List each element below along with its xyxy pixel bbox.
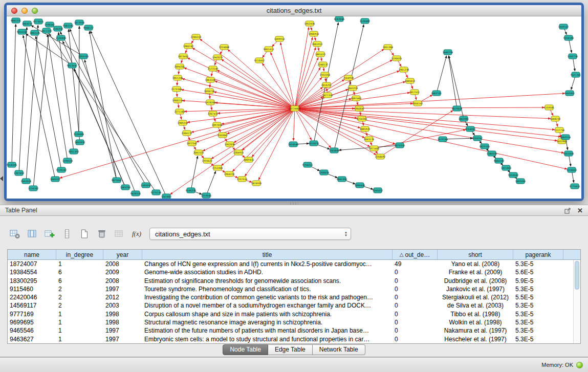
graph-node[interactable]: 1350247 (472, 136, 483, 141)
graph-node[interactable]: 9146230 (186, 188, 197, 193)
graph-node[interactable]: 2041523 (193, 150, 204, 155)
graph-node[interactable]: 9310542 (508, 172, 519, 178)
network-graph[interactable]: 1872400722063181960142187345320942011851… (7, 16, 581, 199)
graph-edge[interactable] (295, 48, 316, 108)
graph-node[interactable]: 2043176 (364, 137, 375, 142)
column-header-title[interactable]: title (142, 250, 393, 259)
network-canvas[interactable]: 1872400722063181960142187345320942011851… (7, 16, 581, 199)
graph-node[interactable]: 1966910 (309, 31, 319, 36)
graph-edge[interactable] (12, 24, 16, 165)
graph-node[interactable]: 2094201 (175, 64, 185, 69)
new-column-icon[interactable] (43, 227, 56, 240)
graph-node[interactable]: 1679184 (438, 137, 448, 142)
graph-node[interactable]: 2103847 (217, 133, 228, 138)
graph-node[interactable]: 1065293 (120, 185, 131, 190)
table-row[interactable]: 1938455462009Genome-wide association stu… (8, 268, 573, 276)
column-header-name[interactable]: name (8, 250, 56, 259)
graph-node[interactable]: 1207453 (14, 170, 25, 176)
graph-node[interactable]: 9773410 (570, 184, 580, 189)
graph-edge[interactable] (187, 108, 295, 122)
table-row[interactable]: 946554611997Estimation of the future num… (8, 326, 573, 335)
column-header-pagerank[interactable]: pagerank (513, 250, 563, 259)
graph-node[interactable]: 2097463 (351, 96, 362, 101)
graph-node[interactable]: 8679019 (452, 106, 463, 111)
graph-node[interactable]: 1873453 (178, 54, 189, 59)
import-table-icon[interactable] (113, 227, 126, 240)
graph-edge[interactable] (295, 27, 309, 108)
graph-node[interactable]: 9417230 (41, 28, 52, 33)
graph-edge[interactable] (200, 39, 295, 108)
graph-node[interactable]: 1210653 (567, 167, 577, 172)
graph-node[interactable]: 1241807 (161, 194, 172, 199)
table-row[interactable]: 1830029562008Estimation of significance … (8, 277, 573, 285)
graph-node[interactable]: 1863320 (205, 77, 216, 82)
graph-edge[interactable] (47, 34, 68, 161)
graph-node[interactable]: 2284915 (233, 150, 244, 155)
graph-node[interactable]: 9064182 (494, 158, 505, 163)
graph-node[interactable]: 2055103 (78, 54, 89, 59)
graph-edge[interactable] (295, 60, 393, 108)
table-mode-icon[interactable] (8, 227, 21, 240)
graph-node[interactable]: 1198347 (45, 22, 55, 27)
graph-edge[interactable] (19, 27, 27, 173)
graph-node[interactable]: 1182736 (568, 54, 578, 59)
graph-node[interactable]: 18724007 (289, 106, 300, 111)
graph-edge[interactable] (184, 108, 295, 112)
graph-node[interactable]: 9562018 (21, 179, 32, 184)
minimize-window-button[interactable] (21, 8, 28, 14)
graph-node[interactable]: 1885923 (360, 126, 371, 132)
panel-collapse-arrow-icon[interactable] (0, 176, 3, 181)
graph-edge[interactable] (295, 108, 555, 129)
graph-node[interactable]: 9110457 (254, 58, 265, 63)
table-row[interactable]: 969969511998Structural magnetic resonanc… (8, 318, 573, 326)
graph-node[interactable]: 1159581 (544, 105, 555, 110)
graph-edge[interactable] (191, 156, 198, 190)
graph-node[interactable]: 9873041 (112, 178, 122, 183)
graph-node[interactable]: 1183650 (141, 183, 151, 188)
graph-node[interactable]: 2036718 (204, 89, 215, 94)
close-window-button[interactable] (11, 8, 17, 14)
graph-node[interactable]: 9540127 (83, 25, 94, 30)
graph-node[interactable]: 1960847 (354, 106, 365, 111)
graph-edge[interactable] (295, 93, 565, 108)
graph-edge[interactable] (234, 108, 295, 143)
graph-node[interactable]: 1305895 (329, 148, 340, 153)
graph-node[interactable]: 1062514 (560, 135, 571, 140)
graph-node[interactable]: 2164930 (343, 75, 354, 80)
graph-edge[interactable] (206, 171, 216, 195)
graph-node[interactable]: 1092450 (515, 179, 526, 184)
tab-edge-table[interactable]: Edge Table (268, 344, 313, 355)
graph-node[interactable]: 9154063 (465, 126, 476, 132)
graph-node[interactable]: 2267431 (208, 111, 219, 116)
memory-status-indicator[interactable] (576, 362, 583, 368)
column-header-year[interactable]: year (103, 250, 142, 259)
graph-edge[interactable] (437, 56, 447, 93)
graph-node[interactable]: 2485013 (405, 78, 416, 83)
new-document-icon[interactable] (78, 227, 91, 240)
graph-node[interactable]: 1952630 (225, 142, 235, 147)
graph-node[interactable]: 1851304 (383, 45, 394, 50)
graph-node[interactable]: 1877310 (322, 93, 333, 98)
graph-node[interactable]: 2304175 (182, 130, 192, 136)
graph-node[interactable]: 3130482 (360, 18, 371, 24)
table-vertical-scrollbar[interactable] (573, 260, 580, 343)
graph-node[interactable]: 2190635 (391, 56, 402, 61)
graph-node[interactable]: 2056142 (412, 101, 423, 106)
table-row[interactable]: 1456911722003Disruption of a novel membe… (8, 301, 573, 310)
graph-node[interactable]: 1184520 (487, 151, 497, 156)
function-builder-icon[interactable]: f(x) (130, 227, 143, 240)
graph-node[interactable]: 8462101 (431, 91, 442, 96)
graph-node[interactable]: 1843218 (347, 85, 358, 91)
graph-node[interactable]: 1853920 (75, 140, 85, 145)
graph-node[interactable]: 9351028 (563, 151, 574, 156)
graph-node[interactable]: 1891072 (315, 52, 326, 57)
graph-node[interactable]: 1851248 (172, 75, 183, 80)
table-row[interactable]: 977716911998Corpus callosum shape and si… (8, 310, 573, 318)
graph-node[interactable]: 1872341 (187, 141, 198, 146)
graph-node[interactable]: 2210364 (357, 116, 367, 121)
graph-node[interactable]: 2016251 (321, 82, 332, 87)
graph-edge[interactable] (60, 32, 146, 185)
graph-node[interactable]: 1140258 (53, 26, 63, 31)
graph-node[interactable]: 1897056 (212, 122, 223, 127)
table-row[interactable]: 946362711997Embryonic stem cells: a mode… (8, 335, 573, 343)
